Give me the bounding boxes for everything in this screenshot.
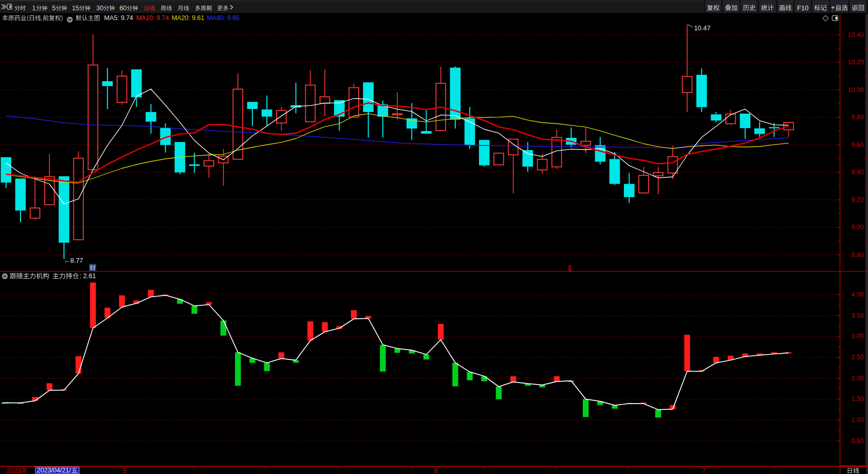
svg-text:15: 15	[72, 4, 79, 12]
svg-text:F10: F10	[797, 4, 808, 12]
svg-text:2023: 2023	[7, 467, 21, 474]
svg-text:8.80: 8.80	[851, 251, 863, 259]
svg-text:9.60: 9.60	[851, 141, 863, 149]
svg-text:MA20: 9.61: MA20: 9.61	[172, 14, 205, 22]
svg-text:9.20: 9.20	[851, 196, 863, 204]
svg-text:10.00: 10.00	[848, 86, 864, 94]
svg-text:S: S	[568, 267, 571, 273]
svg-text:MA10: 9.74: MA10: 9.74	[136, 14, 169, 22]
svg-text:←8.77: ←8.77	[64, 257, 83, 264]
svg-text:10.47: 10.47	[694, 24, 711, 32]
svg-text:MA5: 9.74: MA5: 9.74	[104, 14, 134, 22]
svg-text:2023/04/21/: 2023/04/21/	[37, 467, 71, 474]
svg-text:3.50: 3.50	[851, 312, 863, 319]
svg-text:3.00: 3.00	[851, 333, 863, 340]
svg-text:7: 7	[702, 467, 706, 474]
svg-text:1.00: 1.00	[851, 416, 863, 424]
svg-text:4.00: 4.00	[851, 291, 863, 298]
svg-text:2.00: 2.00	[851, 375, 863, 382]
svg-text:1: 1	[32, 4, 36, 12]
svg-text:60: 60	[119, 4, 126, 12]
svg-text:0.50: 0.50	[851, 437, 863, 445]
svg-text:5: 5	[52, 4, 56, 12]
svg-text:5: 5	[123, 467, 126, 474]
svg-text:10.20: 10.20	[848, 59, 864, 66]
svg-text:9.40: 9.40	[851, 169, 863, 176]
svg-text:2.50: 2.50	[851, 354, 863, 361]
svg-text:: 2.61: : 2.61	[80, 272, 96, 280]
svg-text:30: 30	[96, 4, 103, 12]
svg-text:+: +	[831, 4, 835, 11]
svg-text:MA60: 9.65: MA60: 9.65	[207, 14, 240, 22]
svg-text:10.40: 10.40	[848, 31, 864, 39]
svg-text:1.50: 1.50	[851, 395, 863, 403]
svg-text:9.00: 9.00	[851, 224, 863, 231]
svg-text:6: 6	[434, 467, 438, 474]
svg-text:9.80: 9.80	[851, 114, 863, 121]
